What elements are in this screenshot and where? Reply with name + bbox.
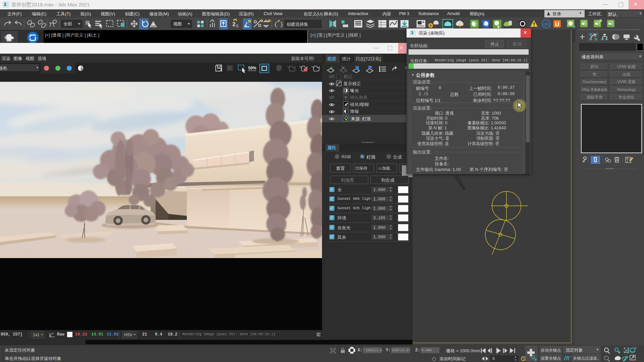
svg-text:U: U xyxy=(555,21,559,27)
svg-text:创建选择集: 创建选择集 xyxy=(286,22,308,27)
svg-text:{: { xyxy=(274,22,277,28)
svg-text:.5: .5 xyxy=(235,24,238,28)
svg-text:全部: 全部 xyxy=(63,21,72,26)
svg-text:}: } xyxy=(280,22,283,28)
svg-text:2: 2 xyxy=(232,21,235,27)
svg-text:50%: 50% xyxy=(248,66,256,70)
svg-text:QR: QR xyxy=(543,22,549,26)
svg-text:视图: 视图 xyxy=(173,21,182,26)
